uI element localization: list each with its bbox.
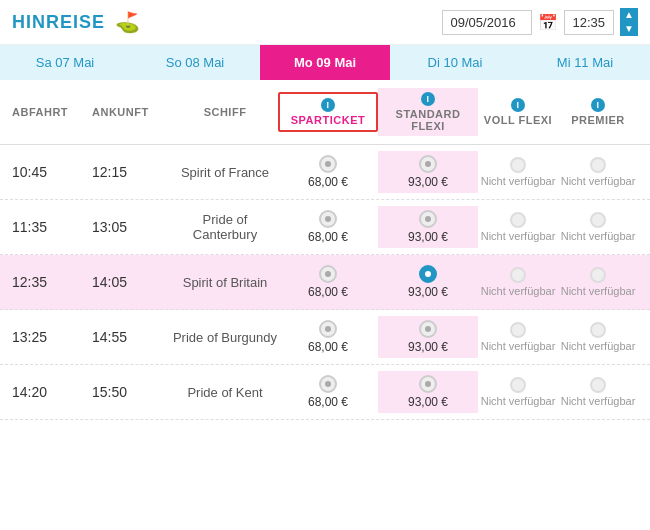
tab-mi11mai[interactable]: Mi 11 Mai xyxy=(520,45,650,80)
spar-price: 68,00 € xyxy=(308,395,348,409)
spar-price-cell[interactable]: 68,00 € xyxy=(278,265,378,299)
premier-unavail-dot xyxy=(590,377,606,393)
spar-price-cell[interactable]: 68,00 € xyxy=(278,155,378,189)
voll-unavail-dot xyxy=(510,212,526,228)
spar-radio[interactable] xyxy=(319,265,337,283)
arrival-time: 13:05 xyxy=(92,219,172,235)
tab-so08mai[interactable]: So 08 Mai xyxy=(130,45,260,80)
premier-unavail-text: Nicht verfügbar xyxy=(561,175,636,187)
spar-price-cell[interactable]: 68,00 € xyxy=(278,210,378,244)
standard-price-cell[interactable]: 93,00 € xyxy=(378,206,478,248)
table-row: 13:25 14:55 Pride of Burgundy 68,00 € 93… xyxy=(0,310,650,365)
premier-unavail-text: Nicht verfügbar xyxy=(561,395,636,407)
premier-unavail-dot xyxy=(590,322,606,338)
premier-cell: Nicht verfügbar xyxy=(558,267,638,297)
departure-time: 13:25 xyxy=(12,329,92,345)
standard-radio[interactable] xyxy=(419,210,437,228)
arrival-time: 12:15 xyxy=(92,164,172,180)
spar-radio[interactable] xyxy=(319,210,337,228)
time-down-button[interactable]: ▼ xyxy=(620,22,638,36)
voll-unavail-text: Nicht verfügbar xyxy=(481,175,556,187)
premier-unavail-text: Nicht verfügbar xyxy=(561,230,636,242)
page-title: HINREISE xyxy=(12,12,105,33)
date-input[interactable] xyxy=(442,10,532,35)
voll-unavail-text: Nicht verfügbar xyxy=(481,230,556,242)
premier-unavail-dot xyxy=(590,212,606,228)
time-arrows: ▲ ▼ xyxy=(620,8,638,36)
premier-cell: Nicht verfügbar xyxy=(558,322,638,352)
standard-price: 93,00 € xyxy=(408,175,448,189)
voll-flexi-header: i VOLL FLEXI xyxy=(478,98,558,126)
arrival-time: 15:50 xyxy=(92,384,172,400)
premier-unavail-text: Nicht verfügbar xyxy=(561,285,636,297)
arrival-time: 14:05 xyxy=(92,274,172,290)
table-row: 11:35 13:05 Pride of Canterbury 68,00 € … xyxy=(0,200,650,255)
departure-time: 11:35 xyxy=(12,219,92,235)
spar-price-cell[interactable]: 68,00 € xyxy=(278,375,378,409)
voll-info-icon[interactable]: i xyxy=(511,98,525,112)
abfahrt-header: ABFAHRT xyxy=(12,106,92,118)
page-header: HINREISE ⛳ 📅 12:35 ▲ ▼ xyxy=(0,0,650,45)
standard-radio[interactable] xyxy=(419,375,437,393)
ship-name: Pride of Canterbury xyxy=(172,212,278,242)
standard-price-cell[interactable]: 93,00 € xyxy=(378,316,478,358)
voll-unavail-dot xyxy=(510,157,526,173)
standard-info-icon[interactable]: i xyxy=(421,92,435,106)
standard-price: 93,00 € xyxy=(408,340,448,354)
standard-price-cell[interactable]: 93,00 € xyxy=(378,151,478,193)
premier-unavail-dot xyxy=(590,267,606,283)
ship-name: Spirit of Britain xyxy=(172,275,278,290)
sparticket-header[interactable]: i SPARTICKET xyxy=(278,92,378,132)
sparticket-info-icon[interactable]: i xyxy=(321,98,335,112)
header-right: 📅 12:35 ▲ ▼ xyxy=(442,8,638,36)
calendar-icon[interactable]: 📅 xyxy=(538,13,558,32)
tab-mo09mai[interactable]: Mo 09 Mai xyxy=(260,45,390,80)
ship-icon: ⛳ xyxy=(115,10,140,34)
time-display: 12:35 xyxy=(564,10,615,35)
spar-radio[interactable] xyxy=(319,375,337,393)
departure-time: 10:45 xyxy=(12,164,92,180)
premier-cell: Nicht verfügbar xyxy=(558,377,638,407)
ship-name: Spirit of France xyxy=(172,165,278,180)
schiff-header: SCHIFF xyxy=(172,106,278,118)
voll-unavail-text: Nicht verfügbar xyxy=(481,285,556,297)
premier-unavail-text: Nicht verfügbar xyxy=(561,340,636,352)
voll-flexi-cell: Nicht verfügbar xyxy=(478,322,558,352)
table-row: 10:45 12:15 Spirit of France 68,00 € 93,… xyxy=(0,145,650,200)
voll-flexi-cell: Nicht verfügbar xyxy=(478,267,558,297)
spar-price: 68,00 € xyxy=(308,340,348,354)
time-up-button[interactable]: ▲ xyxy=(620,8,638,22)
standard-radio[interactable] xyxy=(419,320,437,338)
standard-price-cell[interactable]: 93,00 € xyxy=(378,261,478,303)
premier-cell: Nicht verfügbar xyxy=(558,212,638,242)
standard-radio[interactable] xyxy=(419,155,437,173)
voll-unavail-dot xyxy=(510,322,526,338)
table-row: 12:35 14:05 Spirit of Britain 68,00 € 93… xyxy=(0,255,650,310)
standard-price: 93,00 € xyxy=(408,230,448,244)
tab-sa07mai[interactable]: Sa 07 Mai xyxy=(0,45,130,80)
spar-price: 68,00 € xyxy=(308,285,348,299)
ship-name: Pride of Burgundy xyxy=(172,330,278,345)
departure-time: 12:35 xyxy=(12,274,92,290)
standard-flexi-header: i STANDARD FLEXI xyxy=(378,88,478,136)
spar-radio[interactable] xyxy=(319,155,337,173)
premier-info-icon[interactable]: i xyxy=(591,98,605,112)
tab-di10mai[interactable]: Di 10 Mai xyxy=(390,45,520,80)
standard-price-cell[interactable]: 93,00 € xyxy=(378,371,478,413)
premier-cell: Nicht verfügbar xyxy=(558,157,638,187)
standard-price: 93,00 € xyxy=(408,395,448,409)
standard-radio[interactable] xyxy=(419,265,437,283)
arrival-time: 14:55 xyxy=(92,329,172,345)
spar-radio[interactable] xyxy=(319,320,337,338)
premier-unavail-dot xyxy=(590,157,606,173)
ferry-rows: 10:45 12:15 Spirit of France 68,00 € 93,… xyxy=(0,145,650,420)
spar-price-cell[interactable]: 68,00 € xyxy=(278,320,378,354)
voll-flexi-cell: Nicht verfügbar xyxy=(478,212,558,242)
voll-unavail-text: Nicht verfügbar xyxy=(481,395,556,407)
column-headers: ABFAHRT ANKUNFT SCHIFF i SPARTICKET i ST… xyxy=(0,80,650,145)
spar-price: 68,00 € xyxy=(308,230,348,244)
voll-flexi-cell: Nicht verfügbar xyxy=(478,377,558,407)
departure-time: 14:20 xyxy=(12,384,92,400)
header-left: HINREISE ⛳ xyxy=(12,10,140,34)
spar-price: 68,00 € xyxy=(308,175,348,189)
